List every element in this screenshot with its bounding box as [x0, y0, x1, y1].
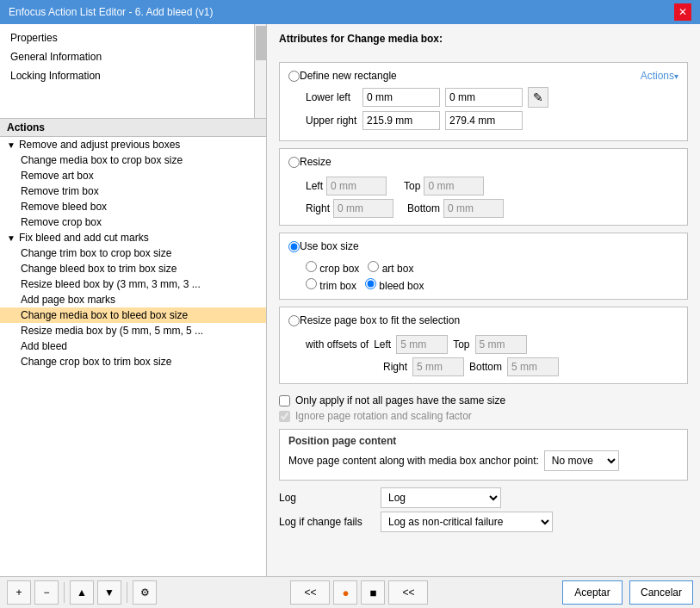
define-rect-radio[interactable]	[288, 71, 300, 82]
left-field: Left	[306, 177, 387, 195]
trim-box-radio[interactable]	[306, 278, 317, 289]
bottom-field: Bottom	[407, 199, 504, 218]
upper-right-y-input[interactable]	[445, 111, 523, 130]
top-field: Top	[404, 177, 484, 195]
settings-button[interactable]: ⚙	[133, 580, 157, 605]
upper-right-x-input[interactable]	[362, 111, 440, 130]
resize-page-label[interactable]: Resize page box to fit the selection	[300, 314, 460, 326]
remove-button[interactable]: −	[34, 580, 59, 605]
bottom-input	[443, 199, 504, 218]
separator2	[127, 582, 127, 603]
move-down-button[interactable]: ▼	[97, 580, 121, 605]
circle-button[interactable]: ●	[333, 580, 357, 605]
only-apply-row: Only apply if not all pages have the sam…	[279, 394, 688, 406]
move-content-row: Move page content along with media box a…	[288, 450, 678, 471]
log-if-fail-dropdown[interactable]: Log as non-critical failure Log as criti…	[381, 512, 553, 532]
properties-scrollbar[interactable]	[254, 24, 266, 118]
crop-box-option[interactable]: crop box	[306, 261, 359, 275]
move-content-dropdown[interactable]: No move Top left Top center Top right Ce…	[544, 450, 619, 471]
move-up-button[interactable]: ▲	[70, 580, 94, 605]
resize-radio-row: Resize	[288, 156, 678, 168]
tree-item-item10[interactable]: Change media box to bleed box size	[0, 307, 266, 323]
define-rect-label[interactable]: Define new rectangle	[300, 70, 397, 82]
tree-item-group1[interactable]: ▼Remove and adjust previous boxes	[0, 137, 266, 152]
tree-item-item4[interactable]: Remove bleed box	[0, 199, 266, 214]
resize-fields: Left Top	[306, 177, 670, 195]
use-box-size-section: Use box size crop box art box trim box	[279, 233, 688, 300]
lower-left-x-input[interactable]	[362, 88, 440, 107]
right-input	[333, 199, 393, 218]
tree-item-item9[interactable]: Add page box marks	[0, 292, 266, 307]
lower-left-y-input[interactable]	[445, 88, 523, 107]
bottom-offset-label: Bottom	[469, 361, 502, 373]
expand-icon2: ▼	[7, 233, 15, 243]
bleed-box-radio[interactable]	[365, 278, 376, 289]
resize-bottom-row: Right Bottom	[306, 199, 670, 218]
title-bar-text: Enfocus Action List Editor - 6. Add blee…	[9, 6, 213, 18]
top-input	[424, 177, 484, 195]
use-box-size-label[interactable]: Use box size	[300, 240, 359, 252]
resize-label[interactable]: Resize	[300, 156, 331, 168]
cancel-button[interactable]: Cancelar	[629, 580, 693, 605]
tree-item-item1[interactable]: Change media box to crop box size	[0, 152, 266, 168]
tree-item-group2[interactable]: ▼Fix bleed and add cut marks	[0, 230, 266, 245]
properties-list: Properties General Information Locking I…	[0, 24, 266, 90]
offsets-section: with offsets of Left Top Right Bottom	[288, 332, 678, 376]
ignore-rotation-checkbox	[279, 411, 290, 422]
art-box-radio[interactable]	[368, 261, 379, 272]
properties-item-locking[interactable]: Locking Information	[0, 66, 266, 85]
resize-page-radio[interactable]	[288, 315, 300, 326]
prev-nav-button[interactable]: <<	[290, 580, 330, 605]
tree-item-item13[interactable]: Change crop box to trim box size	[0, 354, 266, 369]
actions-panel: Actions ▼Remove and adjust previous boxe…	[0, 119, 266, 576]
left-panel: Properties General Information Locking I…	[0, 24, 267, 576]
right-label: Right	[306, 202, 330, 214]
square-button[interactable]: ■	[361, 580, 385, 605]
only-apply-checkbox[interactable]	[279, 395, 290, 406]
define-rect-radio-row: Define new rectangle	[288, 70, 397, 82]
move-content-label: Move page content along with media box a…	[288, 455, 539, 467]
offset-bottom-row: Right Bottom	[306, 357, 670, 376]
art-box-option[interactable]: art box	[368, 261, 413, 275]
offset-top-row: with offsets of Left Top	[306, 335, 670, 354]
tree-item-item11[interactable]: Resize media box by (5 mm, 5 mm, 5 ...	[0, 323, 266, 338]
tree-item-item12[interactable]: Add bleed	[0, 338, 266, 354]
bleed-box-option[interactable]: bleed box	[365, 278, 424, 292]
resize-radio[interactable]	[288, 157, 300, 168]
trim-box-option[interactable]: trim box	[306, 278, 356, 292]
tree-item-item8[interactable]: Resize bleed box by (3 mm, 3 mm, 3 ...	[0, 276, 266, 292]
position-title: Position page content	[288, 435, 678, 447]
define-header: Define new rectangle Actions	[288, 70, 678, 82]
properties-panel: Properties General Information Locking I…	[0, 24, 266, 119]
log-if-fail-label: Log if change fails	[279, 516, 374, 528]
log-dropdown[interactable]: Log Don't log	[381, 487, 501, 508]
crop-box-radio[interactable]	[306, 261, 317, 272]
right-panel: Attributes for Change media box: Define …	[267, 24, 700, 576]
top-section: Properties General Information Locking I…	[0, 24, 700, 576]
properties-item-general[interactable]: General Information	[0, 47, 266, 66]
tree-item-item5[interactable]: Remove crop box	[0, 214, 266, 230]
toolbar-left: + − ▲ ▼ ⚙	[7, 580, 157, 605]
tree-item-item7[interactable]: Change bleed box to trim box size	[0, 261, 266, 276]
ignore-rotation-label: Ignore page rotation and scaling factor	[295, 410, 472, 422]
actions-link[interactable]: Actions	[641, 70, 678, 82]
main-container: Properties General Information Locking I…	[0, 24, 700, 608]
accept-button[interactable]: Aceptar	[562, 580, 623, 605]
properties-item-properties[interactable]: Properties	[0, 28, 266, 47]
bottom-label: Bottom	[407, 202, 440, 214]
resize-page-section: Resize page box to fit the selection wit…	[279, 307, 688, 384]
add-button[interactable]: +	[7, 580, 31, 605]
tree-item-item3[interactable]: Remove trim box	[0, 183, 266, 199]
log-row: Log Log Don't log	[279, 487, 688, 508]
close-button[interactable]: ✕	[674, 3, 691, 21]
use-box-size-radio[interactable]	[288, 241, 300, 252]
lower-left-row: Lower left ✎	[306, 87, 670, 108]
next-nav-button[interactable]: <<	[388, 580, 428, 605]
pencil-button[interactable]: ✎	[528, 87, 548, 108]
right-offset-input	[412, 357, 464, 376]
tree-item-item2[interactable]: Remove art box	[0, 168, 266, 183]
define-rectangle-section: Define new rectangle Actions Lower left …	[279, 62, 688, 141]
use-box-radio-row: Use box size	[288, 240, 678, 252]
tree-item-item6[interactable]: Change trim box to crop box size	[0, 245, 266, 261]
left-label: Left	[306, 180, 323, 192]
